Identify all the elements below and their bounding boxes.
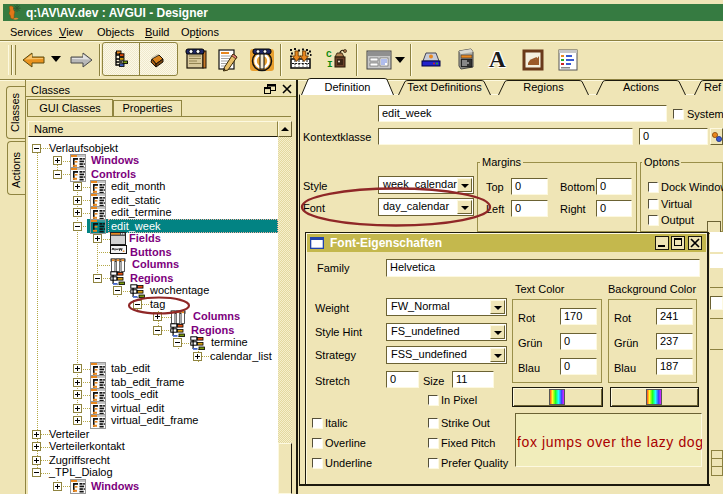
svg-text:I: I (327, 59, 333, 69)
